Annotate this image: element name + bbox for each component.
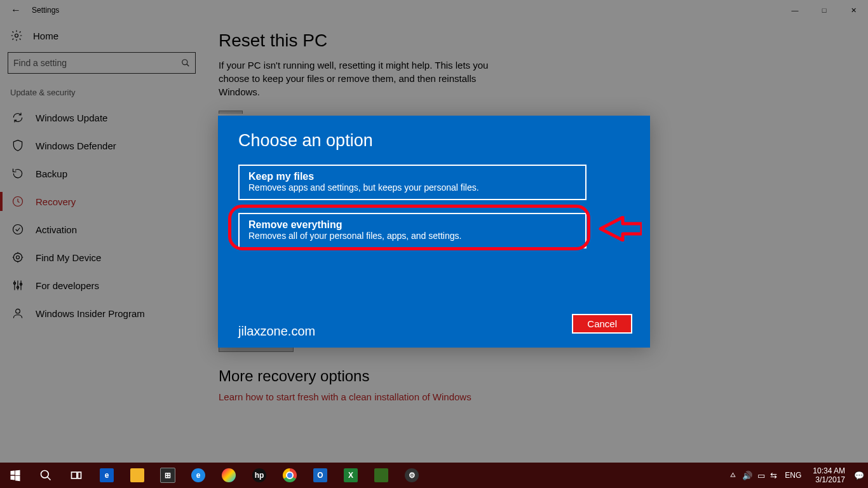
page-description: If your PC isn't running well, resetting… <box>219 58 492 98</box>
sidebar-item-windows-update[interactable]: Windows Update <box>8 104 196 132</box>
taskbar-app-notepad[interactable] <box>366 463 397 488</box>
battery-icon[interactable]: ▭ <box>757 471 765 480</box>
option-description: Removes all of your personal files, apps… <box>248 231 576 241</box>
taskbar-app-settings[interactable]: ⚙ <box>397 463 427 488</box>
maximize-button[interactable]: □ <box>810 0 839 20</box>
fresh-install-link[interactable]: Learn how to start fresh with a clean in… <box>219 391 868 402</box>
person-icon <box>11 307 24 320</box>
search-icon <box>181 58 190 67</box>
taskbar: e ⊞ e hp O X ⚙ ㅿ 🔊 ▭ ⇆ ENG 10:34 AM 3/1/… <box>0 463 868 488</box>
sidebar-item-find-my-device[interactable]: Find My Device <box>8 243 196 271</box>
action-center-icon[interactable]: 💬 <box>854 471 864 480</box>
network-icon[interactable]: ⇆ <box>770 471 777 480</box>
option-keep-my-files[interactable]: Keep my files Removes apps and settings,… <box>238 165 587 200</box>
history-icon <box>11 195 24 208</box>
sliders-icon <box>11 279 24 292</box>
more-options-heading: More recovery options <box>219 367 868 385</box>
language-indicator[interactable]: ENG <box>782 471 804 480</box>
volume-icon[interactable]: 🔊 <box>742 471 752 480</box>
start-button[interactable] <box>0 463 31 488</box>
search-icon <box>39 469 52 482</box>
svg-point-10 <box>41 471 49 478</box>
svg-rect-11 <box>72 472 77 478</box>
sidebar-item-insider[interactable]: Windows Insider Program <box>8 299 196 327</box>
sidebar-item-label: Recovery <box>36 196 76 207</box>
watermark-text: jilaxzone.com <box>238 324 315 339</box>
tray-chevron-icon[interactable]: ㅿ <box>729 470 737 481</box>
sidebar-item-label: Windows Insider Program <box>36 308 145 319</box>
home-link[interactable]: Home <box>8 20 196 51</box>
backup-icon <box>11 167 24 180</box>
shield-icon <box>11 139 24 152</box>
sidebar-item-label: Windows Defender <box>36 140 116 151</box>
close-button[interactable]: ✕ <box>839 0 868 20</box>
sidebar-item-windows-defender[interactable]: Windows Defender <box>8 132 196 159</box>
sync-icon <box>11 111 24 124</box>
svg-rect-12 <box>78 472 81 478</box>
page-heading: Reset this PC <box>219 30 868 51</box>
taskbar-app-store[interactable]: ⊞ <box>153 463 183 488</box>
gear-icon <box>10 29 23 42</box>
svg-point-3 <box>13 225 23 234</box>
sidebar-item-backup[interactable]: Backup <box>8 159 196 187</box>
svg-point-9 <box>16 309 20 313</box>
taskbar-app-outlook[interactable]: O <box>305 463 336 488</box>
sidebar-item-activation[interactable]: Activation <box>8 215 196 243</box>
taskbar-app-explorer[interactable] <box>122 463 153 488</box>
dialog-title: Choose an option <box>238 131 630 151</box>
taskbar-app-ie[interactable]: e <box>183 463 214 488</box>
option-description: Removes apps and settings, but keeps you… <box>248 182 576 193</box>
task-view-button[interactable] <box>61 463 92 488</box>
section-label: Update & security <box>8 85 196 104</box>
taskbar-clock[interactable]: 10:34 AM 3/1/2017 <box>809 466 849 485</box>
clock-date: 3/1/2017 <box>813 475 845 484</box>
check-circle-icon <box>11 223 24 236</box>
option-remove-everything[interactable]: Remove everything Removes all of your pe… <box>238 213 587 248</box>
search-input[interactable]: Find a setting <box>8 52 196 74</box>
sidebar-item-label: Find My Device <box>36 252 101 263</box>
taskbar-app-paint[interactable] <box>214 463 244 488</box>
sidebar: Home Find a setting Update & security Wi… <box>0 20 203 463</box>
taskbar-app-excel[interactable]: X <box>336 463 366 488</box>
sidebar-item-for-developers[interactable]: For developers <box>8 271 196 299</box>
home-label: Home <box>33 30 58 41</box>
taskbar-search[interactable] <box>31 463 61 488</box>
cancel-button[interactable]: Cancel <box>572 314 632 334</box>
window-title: Settings <box>32 6 59 15</box>
get-started-button-partial[interactable] <box>219 111 243 114</box>
back-button[interactable]: ← <box>9 0 23 20</box>
sidebar-item-label: Activation <box>36 224 77 235</box>
svg-point-4 <box>17 256 20 259</box>
choose-option-dialog: Choose an option Keep my files Removes a… <box>218 116 650 348</box>
sidebar-item-label: Backup <box>36 168 67 179</box>
location-icon <box>11 251 24 264</box>
svg-point-0 <box>15 34 18 37</box>
taskbar-app-hp[interactable]: hp <box>244 463 275 488</box>
svg-point-1 <box>182 60 187 65</box>
minimize-button[interactable]: — <box>780 0 810 20</box>
option-title: Remove everything <box>248 219 576 231</box>
task-view-icon <box>70 469 83 482</box>
search-placeholder: Find a setting <box>13 58 67 68</box>
title-bar: ← Settings — □ ✕ <box>0 0 868 20</box>
sidebar-item-label: Windows Update <box>36 112 107 123</box>
sidebar-item-recovery[interactable]: Recovery <box>8 187 196 215</box>
taskbar-app-chrome[interactable] <box>275 463 305 488</box>
svg-point-5 <box>13 253 22 261</box>
option-title: Keep my files <box>248 171 576 182</box>
windows-icon <box>9 469 22 482</box>
clock-time: 10:34 AM <box>813 466 845 475</box>
sidebar-item-label: For developers <box>36 280 99 291</box>
taskbar-app-edge[interactable]: e <box>92 463 122 488</box>
